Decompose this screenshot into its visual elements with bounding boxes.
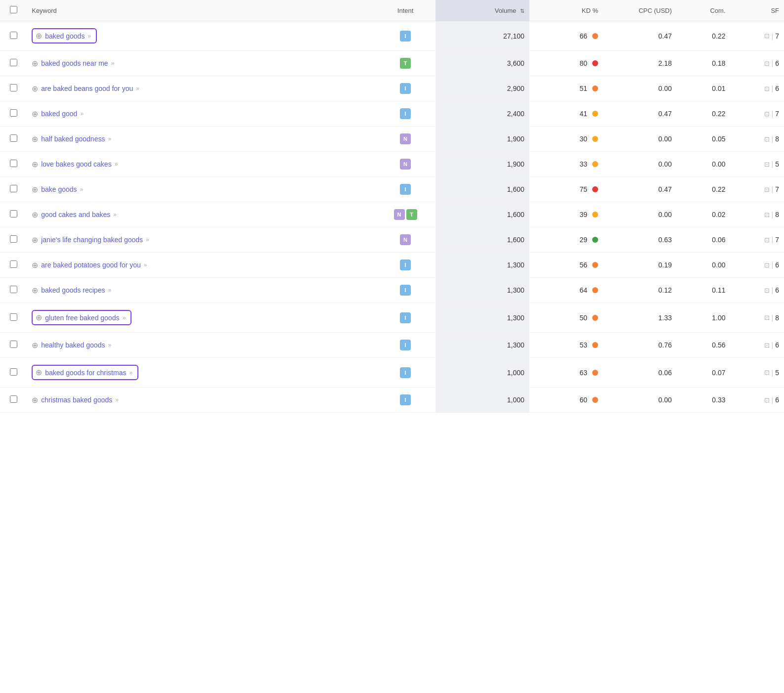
header-cpc: CPC (USD) [603, 0, 677, 21]
kd-dot [592, 315, 598, 321]
keyword-wrapper: ⊕christmas baked goods » [32, 395, 119, 405]
row-checkbox[interactable] [10, 235, 17, 243]
keyword-link[interactable]: are baked potatoes good for you [41, 261, 141, 269]
table-row: ⊕baked goods near me »T3,600802.180.18⊡|… [0, 51, 784, 76]
serp-features-icon[interactable]: ⊡ [764, 287, 770, 294]
row-checkbox-cell [0, 303, 27, 333]
keyword-chevron-icon: » [136, 85, 139, 92]
row-checkbox-cell [0, 76, 27, 101]
intent-cell: I [375, 358, 436, 388]
table-row: ⊕are baked potatoes good for you »I1,300… [0, 253, 784, 278]
row-checkbox[interactable] [10, 59, 17, 66]
row-checkbox-cell [0, 278, 27, 303]
sf-divider: | [772, 369, 774, 377]
kd-dot [592, 136, 598, 142]
sf-number: 8 [775, 314, 779, 322]
kd-cell: 60 [529, 388, 603, 413]
sf-cell: ⊡|5 [731, 358, 784, 388]
com-cell: 0.22 [677, 21, 730, 51]
kd-number: 29 [579, 236, 587, 244]
sf-divider: | [772, 286, 774, 294]
sf-cell: ⊡|6 [731, 388, 784, 413]
com-cell: 0.56 [677, 333, 730, 358]
sf-divider: | [772, 32, 774, 40]
row-checkbox[interactable] [10, 341, 17, 348]
keyword-link[interactable]: half baked goodness [41, 135, 105, 143]
keyword-link[interactable]: baked goods [45, 32, 85, 40]
keyword-link[interactable]: good cakes and bakes [41, 211, 110, 218]
sf-value-group: ⊡|7 [736, 185, 779, 193]
row-checkbox[interactable] [10, 210, 17, 217]
intent-cell: I [375, 333, 436, 358]
keyword-wrapper: ⊕janie's life changing baked goods » [32, 235, 149, 245]
row-checkbox-cell [0, 152, 27, 177]
row-checkbox[interactable] [10, 395, 17, 403]
serp-features-icon[interactable]: ⊡ [764, 186, 770, 193]
serp-features-icon[interactable]: ⊡ [764, 32, 770, 40]
volume-cell: 3,600 [436, 51, 529, 76]
row-checkbox[interactable] [10, 32, 17, 39]
plus-circle-icon: ⊕ [36, 368, 42, 377]
select-all-checkbox[interactable] [10, 6, 17, 13]
sf-number: 6 [775, 59, 779, 67]
serp-features-icon[interactable]: ⊡ [764, 135, 770, 143]
kd-cell: 33 [529, 152, 603, 177]
serp-features-icon[interactable]: ⊡ [764, 314, 770, 321]
volume-cell: 1,900 [436, 152, 529, 177]
intent-group: N [380, 159, 431, 170]
kd-dot [592, 186, 598, 192]
sf-number: 7 [775, 32, 779, 40]
keyword-link[interactable]: baked good [41, 110, 77, 118]
row-checkbox[interactable] [10, 286, 17, 293]
header-volume[interactable]: Volume ⇅ [436, 0, 529, 21]
serp-features-icon[interactable]: ⊡ [764, 211, 770, 218]
row-checkbox[interactable] [10, 84, 17, 91]
cpc-cell: 0.00 [603, 388, 677, 413]
row-checkbox[interactable] [10, 313, 17, 321]
table-row: ⊕bake goods »I1,600750.470.22⊡|7 [0, 177, 784, 202]
keyword-link[interactable]: baked goods for christmas [45, 369, 126, 377]
kd-dot [592, 262, 598, 268]
keyword-link[interactable]: baked goods recipes [41, 286, 105, 294]
keyword-link[interactable]: gluten free baked goods [45, 314, 119, 322]
sf-divider: | [772, 135, 774, 143]
keyword-link[interactable]: janie's life changing baked goods [41, 236, 143, 244]
kd-number: 63 [579, 369, 587, 377]
sf-number: 6 [775, 85, 779, 92]
row-checkbox[interactable] [10, 260, 17, 268]
header-intent: Intent [375, 0, 436, 21]
sf-divider: | [772, 261, 774, 269]
serp-features-icon[interactable]: ⊡ [764, 236, 770, 244]
row-checkbox[interactable] [10, 160, 17, 167]
table-row: ⊕baked good »I2,400410.470.22⊡|7 [0, 101, 784, 127]
table-row: ⊕healthy baked goods »I1,300530.760.56⊡|… [0, 333, 784, 358]
keyword-link[interactable]: are baked beans good for you [41, 85, 133, 92]
intent-badge-T: T [400, 58, 411, 69]
row-checkbox[interactable] [10, 368, 17, 376]
keyword-link[interactable]: bake goods [41, 185, 77, 193]
keyword-link[interactable]: baked goods near me [41, 59, 108, 67]
serp-features-icon[interactable]: ⊡ [764, 161, 770, 168]
serp-features-icon[interactable]: ⊡ [764, 369, 770, 376]
plus-circle-icon: ⊕ [32, 160, 38, 169]
keyword-link[interactable]: healthy baked goods [41, 341, 105, 349]
row-checkbox[interactable] [10, 185, 17, 192]
plus-circle-icon: ⊕ [36, 313, 42, 322]
keyword-link[interactable]: love bakes good cakes [41, 160, 111, 168]
kd-value-group: 39 [534, 211, 598, 218]
row-checkbox-cell [0, 388, 27, 413]
row-checkbox-cell [0, 21, 27, 51]
row-checkbox[interactable] [10, 109, 17, 117]
sf-value-group: ⊡|6 [736, 341, 779, 349]
sf-cell: ⊡|8 [731, 303, 784, 333]
serp-features-icon[interactable]: ⊡ [764, 396, 770, 404]
serp-features-icon[interactable]: ⊡ [764, 342, 770, 349]
serp-features-icon[interactable]: ⊡ [764, 261, 770, 269]
serp-features-icon[interactable]: ⊡ [764, 60, 770, 67]
keyword-link[interactable]: christmas baked goods [41, 396, 112, 404]
sf-value-group: ⊡|6 [736, 59, 779, 67]
sf-cell: ⊡|7 [731, 21, 784, 51]
serp-features-icon[interactable]: ⊡ [764, 85, 770, 92]
row-checkbox[interactable] [10, 134, 17, 142]
serp-features-icon[interactable]: ⊡ [764, 110, 770, 118]
